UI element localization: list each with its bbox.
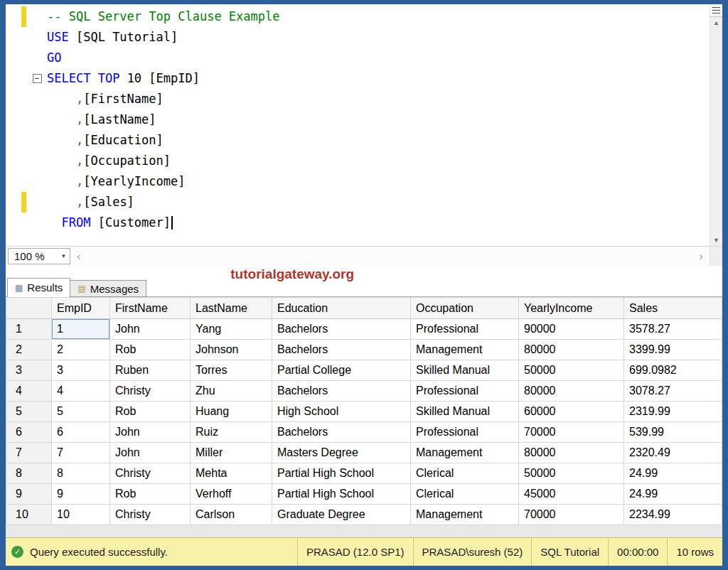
sql-editor[interactable]: − -- SQL Server Top Clause ExampleUSE [S…	[6, 4, 722, 246]
grid-cell[interactable]: Verhoff	[191, 484, 272, 505]
grid-cell[interactable]: 7	[52, 443, 110, 463]
grid-cell[interactable]: Yang	[191, 319, 272, 340]
grid-cell[interactable]: 6	[52, 422, 110, 443]
row-header[interactable]: 7	[6, 443, 52, 463]
grid-cell[interactable]: 2	[52, 340, 110, 360]
tab-results[interactable]: ▦ Results	[7, 278, 70, 297]
scroll-right-icon[interactable]: ›	[692, 250, 710, 263]
grid-cell[interactable]: Management	[411, 505, 519, 525]
corner-header[interactable]	[6, 298, 52, 319]
grid-cell[interactable]: Partial High School	[272, 463, 411, 484]
grid-cell[interactable]: 3399.99	[624, 340, 722, 360]
row-header[interactable]: 5	[6, 402, 52, 422]
row-header[interactable]: 3	[6, 360, 52, 381]
grid-cell[interactable]: 8	[52, 463, 110, 484]
code-line[interactable]: USE [SQL Tutorial]	[47, 27, 710, 48]
grid-cell[interactable]: 80000	[519, 443, 624, 463]
grid-cell[interactable]: 80000	[519, 381, 624, 402]
grid-cell[interactable]: Management	[411, 340, 519, 360]
grid-cell[interactable]: Zhu	[191, 381, 272, 402]
grid-cell[interactable]: John	[110, 319, 191, 340]
code-line[interactable]: ,[Sales]	[47, 192, 710, 213]
grid-cell[interactable]: 50000	[519, 463, 624, 484]
grid-cell[interactable]: 699.0982	[624, 360, 722, 381]
grid-cell[interactable]: 70000	[519, 422, 624, 443]
grid-cell[interactable]: Ruiz	[191, 422, 272, 443]
grid-cell[interactable]: Carlson	[191, 505, 272, 525]
grid-cell[interactable]: 80000	[519, 340, 624, 360]
collapse-icon[interactable]: −	[33, 74, 42, 83]
grid-cell[interactable]: 24.99	[624, 484, 722, 505]
code-line[interactable]: -- SQL Server Top Clause Example	[47, 6, 710, 27]
grid-cell[interactable]: Skilled Manual	[411, 402, 519, 422]
grid-cell[interactable]: 10	[52, 505, 110, 525]
grid-cell[interactable]: Johnson	[191, 340, 272, 360]
grid-cell[interactable]: Ruben	[110, 360, 191, 381]
grid-cell[interactable]: 60000	[519, 402, 624, 422]
grid-cell[interactable]: 3078.27	[624, 381, 722, 402]
code-line[interactable]: ,[Education]	[47, 130, 710, 151]
grid-cell[interactable]: Skilled Manual	[411, 360, 519, 381]
grid-cell[interactable]: Professional	[411, 319, 519, 340]
grid-cell[interactable]: Masters Degree	[272, 443, 411, 463]
grid-cell[interactable]: Bachelors	[272, 319, 411, 340]
grid-cell[interactable]: John	[110, 443, 191, 463]
grid-cell[interactable]: 4	[52, 381, 110, 402]
grid-cell[interactable]: Clerical	[411, 463, 519, 484]
grid-cell[interactable]: 539.99	[624, 422, 722, 443]
row-header[interactable]: 1	[6, 319, 52, 340]
code-line[interactable]: ,[YearlyIncome]	[47, 171, 710, 192]
dropdown-arrow-icon[interactable]: ▼	[58, 253, 70, 259]
grid-cell[interactable]: 2320.49	[624, 443, 722, 463]
column-header[interactable]: Education	[272, 298, 411, 319]
grid-cell[interactable]: 5	[52, 402, 110, 422]
column-header[interactable]: YearlyIncome	[519, 298, 624, 319]
grid-cell[interactable]: Torres	[191, 360, 272, 381]
code-line[interactable]: ,[Occupation]	[47, 151, 710, 171]
grid-cell[interactable]: John	[110, 422, 191, 443]
grid-cell[interactable]: Clerical	[411, 484, 519, 505]
row-header[interactable]: 4	[6, 381, 52, 402]
row-header[interactable]: 2	[6, 340, 52, 360]
grid-cell[interactable]: 90000	[519, 319, 624, 340]
grid-cell[interactable]: Professional	[411, 381, 519, 402]
column-header[interactable]: Occupation	[411, 298, 519, 319]
grid-cell[interactable]: Bachelors	[272, 340, 411, 360]
row-header[interactable]: 8	[6, 463, 52, 484]
grid-cell[interactable]: 2234.99	[624, 505, 722, 525]
scroll-left-icon[interactable]: ‹	[70, 250, 87, 263]
grid-cell[interactable]: Management	[411, 443, 519, 463]
row-header[interactable]: 9	[6, 484, 52, 505]
splitter-grip-icon[interactable]	[710, 4, 722, 17]
column-header[interactable]: Sales	[624, 298, 722, 319]
grid-cell[interactable]: Huang	[191, 402, 272, 422]
grid-cell[interactable]: 24.99	[624, 463, 722, 484]
code-lines[interactable]: -- SQL Server Top Clause ExampleUSE [SQL…	[46, 4, 710, 246]
grid-cell[interactable]: High School	[272, 402, 411, 422]
grid-cell[interactable]: Bachelors	[272, 381, 411, 402]
grid-cell[interactable]: 2319.99	[624, 402, 722, 422]
column-header[interactable]: LastName	[191, 298, 272, 319]
code-line[interactable]: ,[FirstName]	[47, 89, 710, 109]
grid-cell[interactable]: Partial High School	[272, 484, 411, 505]
scroll-up-icon[interactable]: ▲	[710, 17, 722, 28]
column-header[interactable]: FirstName	[110, 298, 191, 319]
grid-cell[interactable]: Graduate Degree	[272, 505, 411, 525]
grid-cell[interactable]: Christy	[110, 505, 191, 525]
column-header[interactable]: EmpID	[52, 298, 110, 319]
grid-cell[interactable]: Rob	[110, 402, 191, 422]
grid-cell[interactable]: Rob	[110, 340, 191, 360]
grid-cell[interactable]: 70000	[519, 505, 624, 525]
grid-cell[interactable]: Professional	[411, 422, 519, 443]
grid-cell[interactable]: Bachelors	[272, 422, 411, 443]
row-header[interactable]: 6	[6, 422, 52, 443]
horizontal-scrollbar[interactable]: ‹ ›	[70, 247, 710, 266]
grid-cell[interactable]: 45000	[519, 484, 624, 505]
zoom-select[interactable]: 100 % ▼	[8, 248, 70, 264]
vertical-scrollbar[interactable]: ▲ ▼	[710, 4, 722, 246]
tab-messages[interactable]: ▤ Messages	[70, 280, 146, 297]
grid-cell[interactable]: Mehta	[191, 463, 272, 484]
grid-cell[interactable]: 9	[52, 484, 110, 505]
grid-cell[interactable]: Rob	[110, 484, 191, 505]
scroll-down-icon[interactable]: ▼	[710, 235, 722, 246]
